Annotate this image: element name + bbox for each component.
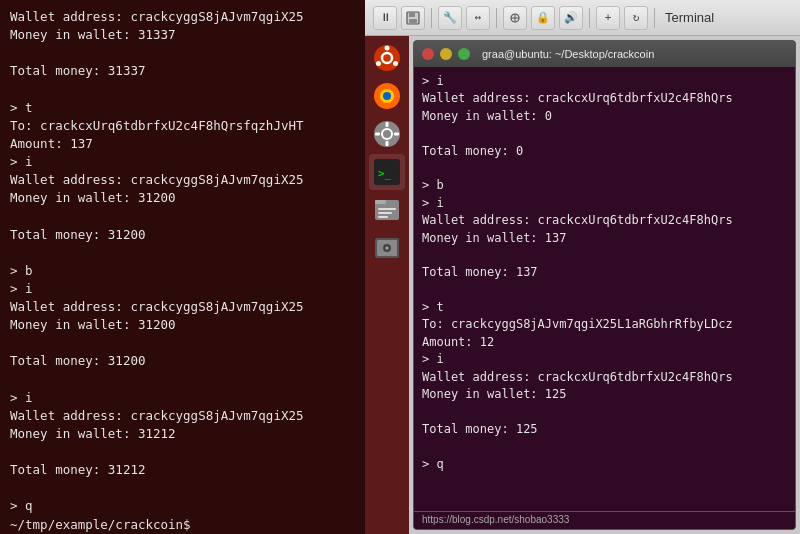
- refresh-button[interactable]: ↻: [624, 6, 648, 30]
- pause-button[interactable]: ⏸: [373, 6, 397, 30]
- svg-rect-1: [409, 12, 415, 17]
- svg-rect-18: [375, 133, 380, 136]
- save-button[interactable]: [401, 6, 425, 30]
- sidebar-icon-terminal[interactable]: >_: [369, 154, 405, 190]
- toolbar-sep-2: [496, 8, 497, 28]
- svg-point-13: [383, 92, 391, 100]
- toolbar-title: Terminal: [665, 10, 714, 25]
- left-terminal-content: Wallet address: crackcyggS8jAJvm7qgiX25 …: [10, 8, 355, 534]
- svg-rect-25: [378, 212, 392, 214]
- svg-point-10: [393, 61, 398, 66]
- speaker-button[interactable]: 🔊: [559, 6, 583, 30]
- svg-point-8: [385, 46, 390, 51]
- sidebar-icon-disk[interactable]: [369, 230, 405, 266]
- minimize-dot[interactable]: [440, 48, 452, 60]
- right-panel: ⏸ 🔧 ↔ 🔒 🔊 + ↻ Terminal: [365, 0, 800, 534]
- url-bar: https://blog.csdp.net/shobao3333: [414, 511, 795, 529]
- terminal-window: graa@ubuntu: ~/Desktop/crackcoin > i Wal…: [413, 40, 796, 530]
- sidebar: >_: [365, 36, 409, 534]
- toolbar-sep-1: [431, 8, 432, 28]
- lock-button[interactable]: 🔒: [531, 6, 555, 30]
- terminal-content[interactable]: > i Wallet address: crackcxUrq6tdbrfxU2c…: [414, 67, 795, 511]
- toolbar-sep-4: [654, 8, 655, 28]
- toolbar: ⏸ 🔧 ↔ 🔒 🔊 + ↻ Terminal: [365, 0, 800, 36]
- sidebar-icon-files[interactable]: [369, 192, 405, 228]
- svg-rect-26: [378, 216, 388, 218]
- sidebar-icon-firefox[interactable]: [369, 78, 405, 114]
- svg-rect-16: [386, 122, 389, 127]
- right-terminal-text: > i Wallet address: crackcxUrq6tdbrfxU2c…: [422, 73, 787, 473]
- left-terminal: Wallet address: crackcyggS8jAJvm7qgiX25 …: [0, 0, 365, 534]
- terminal-title: graa@ubuntu: ~/Desktop/crackcoin: [482, 48, 654, 60]
- svg-point-9: [376, 61, 381, 66]
- sidebar-icon-settings[interactable]: [369, 116, 405, 152]
- sidebar-icon-ubuntu[interactable]: [369, 40, 405, 76]
- zoom-button[interactable]: +: [596, 6, 620, 30]
- toolbar-sep-3: [589, 8, 590, 28]
- svg-rect-17: [386, 141, 389, 146]
- svg-text:>_: >_: [378, 167, 392, 180]
- svg-point-30: [386, 247, 389, 250]
- pin-button[interactable]: [503, 6, 527, 30]
- svg-rect-2: [409, 19, 417, 23]
- right-content: >_: [365, 36, 800, 534]
- arrows-button[interactable]: ↔: [466, 6, 490, 30]
- svg-rect-19: [394, 133, 399, 136]
- maximize-dot[interactable]: [458, 48, 470, 60]
- close-dot[interactable]: [422, 48, 434, 60]
- svg-rect-23: [375, 200, 386, 204]
- wrench-button[interactable]: 🔧: [438, 6, 462, 30]
- terminal-titlebar: graa@ubuntu: ~/Desktop/crackcoin: [414, 41, 795, 67]
- svg-rect-24: [378, 208, 396, 210]
